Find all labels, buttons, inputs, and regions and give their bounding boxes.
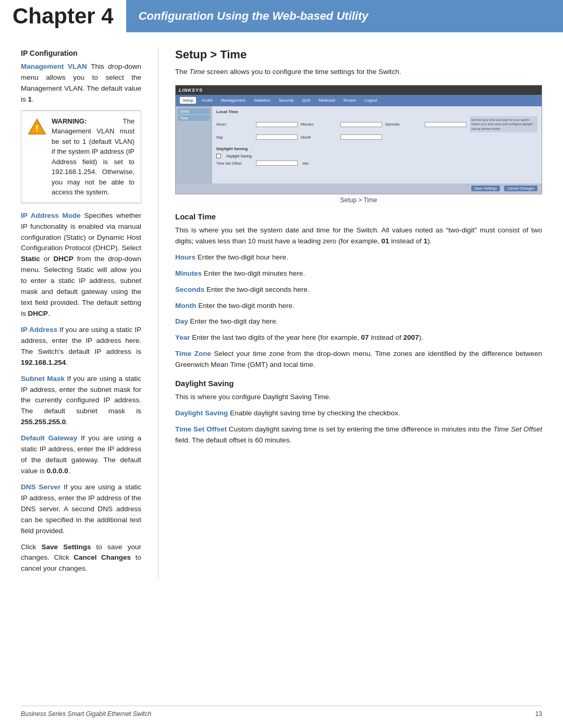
dns-server-term: DNS Server [21, 483, 60, 491]
ss-month-label: Month [301, 135, 337, 139]
ss-month-field[interactable] [340, 134, 382, 140]
ss-hours-field[interactable] [256, 122, 298, 127]
ss-main: Local Time Hours Minutes Seconds Set the… [212, 106, 542, 183]
management-vlan-term: Management VLAN [21, 63, 87, 70]
ss-topbar: LINKSYS [176, 85, 542, 95]
dns-server-paragraph: DNS Server If you are using a static IP … [21, 482, 141, 537]
content-area: IP Configuration Management VLAN This dr… [0, 32, 563, 611]
ip-configuration-heading: IP Configuration [21, 49, 141, 57]
day-paragraph: Day Enter the two-digit day here. [175, 316, 542, 327]
save-cancel-paragraph: Click Save Settings to save your changes… [21, 542, 141, 575]
ss-footer: Save Settings Cancel Changes [176, 183, 542, 194]
ss-offset-unit: min. [302, 162, 309, 165]
ss-day-label: Day [216, 135, 253, 139]
ip-address-mode-paragraph: IP Address Mode Specifies whether IP fun… [21, 211, 141, 319]
ss-sidebar-time[interactable]: Time [178, 115, 210, 121]
ss-body: Setup Time Local Time Hours Minutes Seco… [176, 106, 542, 183]
ss-info-panel: Set the local time and date for your swi… [470, 116, 537, 132]
ss-daylight-label: Daylight Saving [216, 146, 248, 151]
ss-date-row: Day Month [216, 134, 537, 140]
page-header: Chapter 4 Configuration Using the Web-ba… [0, 0, 563, 32]
ss-local-time-label: Local Time [216, 109, 238, 114]
nav-router[interactable]: Router [341, 97, 359, 104]
seconds-term: Seconds [175, 286, 204, 293]
nav-setup[interactable]: Setup [180, 97, 196, 104]
warning-text: WARNING: The Management VLAN must be set… [52, 116, 134, 198]
daylight-saving-term: Daylight Saving [175, 409, 228, 417]
subnet-mask-term: Subnet Mask [21, 375, 65, 382]
time-set-offset-paragraph: Time Set Offset Custom daylight saving t… [175, 424, 542, 446]
month-paragraph: Month Enter the two-digit month here. [175, 301, 542, 312]
seconds-paragraph: Seconds Enter the two-digit seconds here… [175, 285, 542, 295]
ip-address-mode-term: IP Address Mode [21, 212, 81, 219]
year-paragraph: Year Enter the last two digits of the ye… [175, 332, 542, 343]
nav-logout[interactable]: Logout [362, 97, 380, 104]
time-set-offset-term: Time Set Offset [175, 425, 227, 433]
ss-navbar: Setup VLAN Management Statistics Securit… [176, 95, 542, 106]
screenshot-caption: Setup > Time [175, 196, 542, 204]
management-vlan-paragraph: Management VLAN This drop-down menu allo… [21, 61, 141, 105]
local-time-paragraph: This is where you set the system date an… [175, 225, 542, 247]
chapter-label: Chapter 4 [0, 0, 126, 32]
intro-paragraph: The Time screen allows you to configure … [175, 67, 542, 78]
daylight-saving-intro: This is where you configure Daylight Sav… [175, 392, 542, 403]
screenshot-container: LINKSYS Setup VLAN Management Statistics… [175, 85, 542, 194]
ss-hours-row: Hours Minutes Seconds Set the local time… [216, 116, 537, 132]
hours-term: Hours [175, 253, 195, 261]
ip-address-term: IP Address [21, 326, 57, 334]
ss-cancel-btn[interactable]: Cancel Changes [504, 186, 537, 191]
ss-daylight-checkbox-row: Daylight Saving [216, 154, 537, 158]
nav-vlan[interactable]: VLAN [199, 97, 215, 104]
minutes-paragraph: Minutes Enter the two-digit minutes here… [175, 268, 542, 279]
year-term: Year [175, 334, 190, 341]
nav-multicast[interactable]: Multicast [316, 97, 338, 104]
svg-text:!: ! [35, 124, 38, 133]
ss-day-field[interactable] [256, 134, 298, 140]
nav-security[interactable]: Security [276, 97, 297, 104]
left-column: IP Configuration Management VLAN This dr… [21, 47, 158, 579]
ss-offset-field[interactable] [256, 161, 298, 166]
ss-minutes-field[interactable] [340, 122, 382, 127]
hours-paragraph: Hours Enter the two-digit hour here. [175, 252, 542, 263]
timezone-paragraph: Time Zone Select your time zone from the… [175, 349, 542, 371]
ss-sidebar: Setup Time [176, 106, 212, 183]
chapter-title: Configuration Using the Web-based Utilit… [126, 0, 563, 32]
ss-minutes-label: Minutes [301, 122, 337, 126]
warning-icon: ! [28, 117, 46, 136]
ss-local-time-row: Local Time [216, 109, 537, 114]
local-time-heading: Local Time [175, 212, 542, 221]
nav-qos[interactable]: QoS [299, 97, 313, 104]
default-gateway-paragraph: Default Gateway If you are using a stati… [21, 433, 141, 477]
ss-offset-row: Time Set Offset min. [216, 161, 537, 166]
ss-daylight-enable-label: Daylight Saving [226, 154, 252, 158]
ss-sidebar-setup[interactable]: Setup [178, 108, 210, 114]
footer-text: Business Series Smart Gigabit Ethernet S… [21, 710, 151, 718]
setup-time-heading: Setup > Time [175, 48, 542, 61]
daylight-saving-paragraph: Daylight Saving Enable daylight saving t… [175, 408, 542, 419]
day-term: Day [175, 317, 188, 325]
timezone-term: Time Zone [175, 350, 211, 357]
ss-seconds-field[interactable] [425, 122, 467, 127]
page-footer: Business Series Smart Gigabit Ethernet S… [21, 706, 542, 718]
ss-hours-label: Hours [216, 122, 253, 126]
ss-daylight-section: Daylight Saving Daylight Saving Time Set… [216, 144, 537, 166]
ip-address-paragraph: IP Address If you are using a static IP … [21, 325, 141, 368]
nav-management[interactable]: Management [218, 97, 248, 104]
ss-daylight-checkbox[interactable] [216, 154, 221, 158]
month-term: Month [175, 302, 196, 310]
ss-seconds-label: Seconds [385, 122, 422, 126]
minutes-term: Minutes [175, 269, 202, 277]
linksys-logo: LINKSYS [179, 88, 203, 93]
right-column: Setup > Time The Time screen allows you … [158, 47, 542, 579]
default-gateway-term: Default Gateway [21, 434, 77, 442]
nav-statistics[interactable]: Statistics [251, 97, 273, 104]
page-number: 13 [535, 710, 542, 718]
ss-offset-label: Time Set Offset [216, 162, 253, 165]
subnet-mask-paragraph: Subnet Mask If you are using a static IP… [21, 374, 141, 428]
screenshot-inner: LINKSYS Setup VLAN Management Statistics… [176, 85, 542, 194]
daylight-saving-heading: Daylight Saving [175, 379, 542, 388]
warning-box: ! WARNING: The Management VLAN must be s… [21, 110, 141, 203]
ss-save-btn[interactable]: Save Settings [471, 186, 500, 191]
